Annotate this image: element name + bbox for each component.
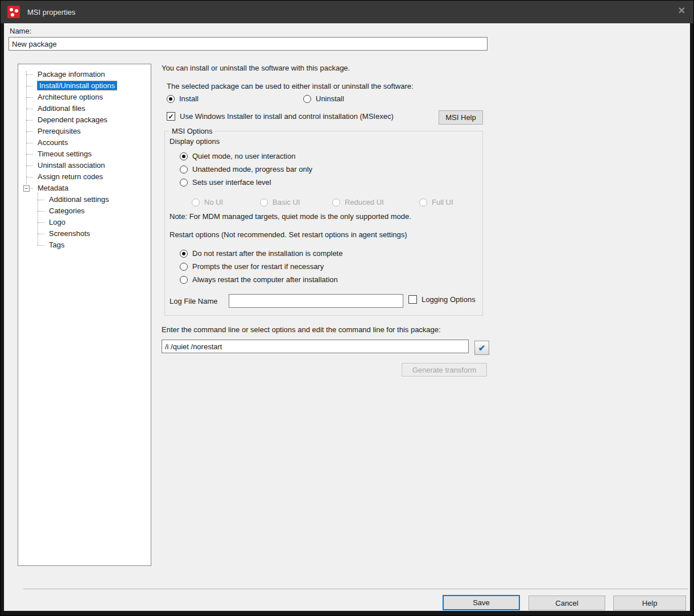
tree-item-logo[interactable]: Logo bbox=[23, 217, 151, 228]
tree-item-screenshots[interactable]: Screenshots bbox=[23, 228, 151, 239]
no-restart-radio[interactable]: Do not restart after the installation is… bbox=[180, 249, 342, 258]
tree-item-uninstall-association[interactable]: Uninstall association bbox=[23, 160, 151, 171]
tree-item-additional-settings[interactable]: Additional settings bbox=[23, 194, 151, 205]
validate-command-button[interactable]: ✔ bbox=[474, 341, 489, 355]
checkbox-unchecked-icon: . bbox=[408, 295, 417, 304]
save-button[interactable]: Save bbox=[443, 595, 520, 610]
tree-item-metadata[interactable]: Metadata bbox=[23, 183, 151, 194]
logging-options-checkbox[interactable]: . Logging Options bbox=[408, 295, 476, 304]
tree-item-timeout-settings[interactable]: Timeout settings bbox=[23, 148, 151, 160]
help-button[interactable]: Help bbox=[613, 596, 686, 610]
check-icon: ✔ bbox=[478, 343, 486, 353]
radio-disabled-icon bbox=[192, 199, 200, 206]
tree-item-prerequisites[interactable]: Prerequisites bbox=[23, 126, 151, 137]
reduced-ui-radio: Reduced UI bbox=[332, 198, 384, 206]
close-icon[interactable]: ✕ bbox=[678, 5, 685, 16]
tree-item-tags[interactable]: Tags bbox=[23, 239, 151, 251]
install-radio[interactable]: Install bbox=[167, 94, 199, 103]
dialog-client-area: Name: − Package information Install/Unin… bbox=[4, 23, 690, 611]
settings-tree: − Package information Install/Uninstall … bbox=[18, 64, 151, 566]
always-restart-radio[interactable]: Always restart the computer after instal… bbox=[180, 275, 338, 284]
tree-item-additional-files[interactable]: Additional files bbox=[23, 103, 151, 114]
msiexec-checkbox[interactable]: ✓ Use Windows Installer to install and c… bbox=[167, 112, 394, 121]
log-file-name-label: Log File Name bbox=[170, 297, 218, 305]
tree-item-dependent-packages[interactable]: Dependent packages bbox=[23, 114, 151, 126]
restart-options-label: Restart options (Not recommended. Set re… bbox=[170, 230, 407, 239]
quiet-mode-radio[interactable]: Quiet mode, no user interaction bbox=[180, 152, 295, 160]
prompt-restart-radio[interactable]: Prompts the user for restart if necessar… bbox=[180, 262, 324, 271]
radio-icon bbox=[180, 263, 188, 271]
tree-item-assign-return-codes[interactable]: Assign return codes bbox=[23, 171, 151, 183]
cancel-button[interactable]: Cancel bbox=[528, 596, 605, 610]
tree-item-package-information[interactable]: Package information bbox=[23, 69, 151, 80]
msi-options-groupbox: MSI Options Display options Quiet mode, … bbox=[164, 131, 483, 316]
mdm-note-text: Note: For MDM managed targets, quiet mod… bbox=[170, 212, 411, 221]
radio-selected-icon bbox=[180, 152, 188, 160]
no-ui-radio: No UI bbox=[192, 198, 223, 206]
basic-ui-radio: Basic UI bbox=[260, 198, 300, 206]
tree-item-categories[interactable]: Categories bbox=[23, 205, 151, 217]
radio-icon bbox=[180, 179, 188, 187]
radio-disabled-icon bbox=[332, 199, 340, 206]
title-bar: MSI properties ✕ bbox=[1, 1, 693, 23]
msi-help-button[interactable]: MSI Help bbox=[439, 110, 483, 125]
radio-disabled-icon bbox=[260, 199, 268, 206]
msi-options-legend: MSI Options bbox=[170, 127, 215, 135]
tree-item-architecture-options[interactable]: Architecture options bbox=[23, 92, 151, 103]
command-line-input[interactable] bbox=[162, 340, 469, 353]
generate-transform-button: Generate transform bbox=[402, 363, 487, 377]
radio-disabled-icon bbox=[419, 199, 427, 206]
radio-icon bbox=[303, 95, 311, 103]
radio-selected-icon bbox=[180, 250, 188, 258]
radio-selected-icon bbox=[167, 95, 175, 103]
uninstall-radio[interactable]: Uninstall bbox=[303, 94, 344, 103]
name-label: Name: bbox=[10, 27, 31, 35]
radio-icon bbox=[180, 276, 188, 284]
unattended-mode-radio[interactable]: Unattended mode, progress bar only bbox=[180, 165, 312, 173]
command-line-label: Enter the command line or select options… bbox=[162, 325, 441, 334]
tree-item-install-uninstall-options[interactable]: Install/Uninstall options bbox=[23, 80, 151, 92]
footer-divider bbox=[23, 589, 688, 590]
window-title: MSI properties bbox=[27, 8, 76, 16]
intro-text: You can install or uninstall the softwar… bbox=[162, 64, 350, 72]
checkbox-checked-icon: ✓ bbox=[167, 112, 175, 121]
radio-icon bbox=[180, 166, 188, 173]
app-logo-icon bbox=[7, 6, 20, 18]
ui-level-radio[interactable]: Sets user interface level bbox=[180, 178, 271, 187]
full-ui-radio: Full UI bbox=[419, 198, 453, 206]
log-file-name-input[interactable] bbox=[229, 294, 403, 308]
display-options-label: Display options bbox=[170, 137, 220, 146]
msi-properties-dialog: MSI properties ✕ Name: − Package informa… bbox=[0, 0, 694, 616]
collapse-icon[interactable]: − bbox=[23, 185, 30, 192]
mode-prompt-text: The selected package can be used to eith… bbox=[167, 82, 414, 90]
name-input[interactable] bbox=[9, 37, 488, 51]
tree-item-accounts[interactable]: Accounts bbox=[23, 137, 151, 148]
